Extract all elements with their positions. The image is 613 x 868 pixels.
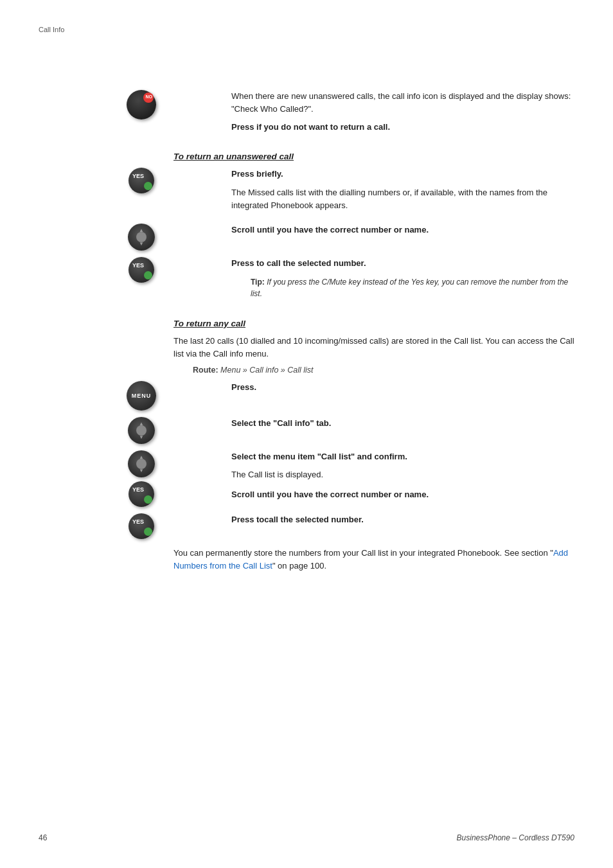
scroll-button-icon-2 xyxy=(128,417,155,444)
main-content: NO When there are new unanswered calls, … xyxy=(173,90,574,573)
section2-step5-text: Press tocall the selected number. xyxy=(231,513,574,531)
section2-outro: You can permanently store the numbers fr… xyxy=(173,547,574,572)
page: Call Info NO When there are new unanswer… xyxy=(0,0,613,868)
section1: To return an unanswered call YES Press b… xyxy=(173,152,574,306)
yes-button-icon-4: YES xyxy=(129,513,154,539)
section2-step1-bold: Press. xyxy=(231,381,574,394)
product-name: BusinessPhone – Cordless DT590 xyxy=(457,833,574,842)
section1-step1-desc: The Missed calls list with the dialling … xyxy=(231,186,574,212)
section2-step3-desc: The Call list is displayed. xyxy=(231,468,574,481)
yes-button-icon-1: YES xyxy=(129,168,154,193)
section1-step3-row: YES Press to call the selected number. T… xyxy=(173,257,574,306)
section1-step1-row: YES Press briefly. The Missed calls list… xyxy=(173,168,574,217)
section1-scroll-col xyxy=(116,224,167,251)
section1-step2-row: Scroll until you have the correct number… xyxy=(173,224,574,251)
section1-step2-text: Scroll until you have the correct number… xyxy=(231,224,574,242)
section1-step1-bold: Press briefly. xyxy=(231,168,574,181)
menu-col: MENU xyxy=(116,381,167,411)
section1-icons-col: YES xyxy=(116,168,167,193)
section2-heading: To return any call xyxy=(173,319,574,328)
yes-button-icon-3: YES xyxy=(129,481,154,507)
page-number: 46 xyxy=(39,833,47,842)
no-button-col: NO xyxy=(116,90,167,120)
section2-yes4-col: YES xyxy=(116,513,167,539)
section2-step2-text: Select the "Call info" tab. xyxy=(231,417,574,435)
section1-step3-bold: Press to call the selected number. xyxy=(231,257,574,270)
section2-intro: The last 20 calls (10 dialled and 10 inc… xyxy=(173,335,574,360)
intro-row: NO When there are new unanswered calls, … xyxy=(173,90,574,139)
section2-scroll1-col xyxy=(116,417,167,444)
section2-step4-bold: Scroll until you have the correct number… xyxy=(231,488,574,501)
header-label: Call Info xyxy=(39,26,64,33)
page-footer: 46 BusinessPhone – Cordless DT590 xyxy=(0,833,613,842)
section2-step2-bold: Select the "Call info" tab. xyxy=(231,417,574,430)
section2-step2-row: Select the "Call info" tab. xyxy=(173,417,574,444)
section2-step1-row: MENU Press. xyxy=(173,381,574,411)
section1-step1-text: Press briefly. The Missed calls list wit… xyxy=(231,168,574,217)
section2-step1-text: Press. xyxy=(231,381,574,399)
scroll-button-icon-3 xyxy=(128,450,155,477)
section1-step2-bold: Scroll until you have the correct number… xyxy=(231,224,574,236)
section2-step3-row: YES Select the menu item "Call list" and… xyxy=(173,450,574,507)
outro-text1: You can permanently store the numbers fr… xyxy=(173,548,553,558)
intro-paragraph: When there are new unanswered calls, the… xyxy=(231,90,574,116)
section1-yes2-col: YES xyxy=(116,257,167,283)
section2-step5-row: YES Press tocall the selected number. xyxy=(173,513,574,539)
section2-step3-text: Select the menu item "Call list" and con… xyxy=(231,450,574,506)
yes-button-icon-2: YES xyxy=(129,257,154,283)
tip-box: Tip: If you press the C/Mute key instead… xyxy=(251,276,574,299)
route-path: Menu » Call info » Call list xyxy=(220,366,314,375)
menu-button-icon: MENU xyxy=(127,381,156,411)
outro-text2: " on page 100. xyxy=(272,561,326,571)
tip-label: Tip: xyxy=(251,278,265,287)
section1-step3-text: Press to call the selected number. Tip: … xyxy=(231,257,574,306)
section2-step3-bold: Select the menu item "Call list" and con… xyxy=(231,450,574,463)
scroll-button-icon-1 xyxy=(128,224,155,251)
intro-section: NO When there are new unanswered calls, … xyxy=(173,90,574,139)
page-header: Call Info xyxy=(39,26,64,33)
intro-text-col: When there are new unanswered calls, the… xyxy=(231,90,574,139)
route-box: Route: Menu » Call info » Call list xyxy=(193,366,574,375)
section1-heading: To return an unanswered call xyxy=(173,152,574,161)
section2-step5-bold: Press tocall the selected number. xyxy=(231,513,574,526)
route-label: Route: xyxy=(193,366,218,375)
section2: To return any call The last 20 calls (10… xyxy=(173,319,574,573)
no-button-label: NO xyxy=(146,94,153,99)
no-instruction: Press if you do not want to return a cal… xyxy=(231,121,574,134)
no-button-icon: NO xyxy=(127,90,156,120)
tip-text: If you press the C/Mute key instead of t… xyxy=(251,278,568,298)
section2-step3-icons: YES xyxy=(116,450,167,507)
